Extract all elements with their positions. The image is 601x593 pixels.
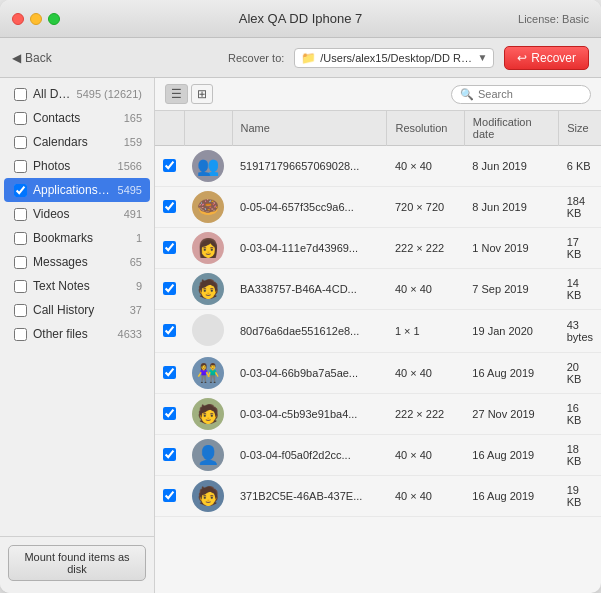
row-checkbox-1[interactable] — [163, 200, 176, 213]
row-name: 80d76a6dae551612e8... — [232, 310, 387, 353]
recover-button[interactable]: ↩ Recover — [504, 46, 589, 70]
list-view-button[interactable]: ☰ — [165, 84, 188, 104]
row-size: 184 KB — [559, 187, 601, 228]
search-box: 🔍 — [451, 85, 591, 104]
back-label: Back — [25, 51, 52, 65]
row-mod-date: 1 Nov 2019 — [464, 228, 558, 269]
sidebar-item-count: 65 — [130, 256, 142, 268]
sidebar-wrapper: All Data5495 (12621)Contacts165Calendars… — [0, 82, 154, 589]
grid-view-button[interactable]: ⊞ — [191, 84, 213, 104]
row-checkbox-5[interactable] — [163, 366, 176, 379]
row-checkbox-3[interactable] — [163, 282, 176, 295]
row-size: 16 KB — [559, 394, 601, 435]
sidebar-item-label: Messages — [33, 255, 124, 269]
sidebar-item-count: 159 — [124, 136, 142, 148]
row-checkbox-6[interactable] — [163, 407, 176, 420]
sidebar-checkbox-photos[interactable] — [14, 160, 27, 173]
sidebar-item-count: 4633 — [118, 328, 142, 340]
row-resolution: 40 × 40 — [387, 353, 464, 394]
license-label: License: Basic — [518, 13, 589, 25]
row-resolution: 222 × 222 — [387, 394, 464, 435]
sidebar-item-all-data[interactable]: All Data5495 (12621) — [4, 82, 150, 106]
sidebar-item-photos[interactable]: Photos1566 — [4, 154, 150, 178]
row-resolution: 40 × 40 — [387, 476, 464, 517]
row-thumbnail: 👥 — [184, 146, 232, 187]
row-mod-date: 19 Jan 2020 — [464, 310, 558, 353]
sidebar-item-label: Videos — [33, 207, 118, 221]
back-button[interactable]: ◀ Back — [12, 51, 52, 65]
sidebar-item-label: Other files — [33, 327, 112, 341]
maximize-button[interactable] — [48, 13, 60, 25]
row-thumbnail: 🧑 — [184, 269, 232, 310]
sidebar-item-bookmarks[interactable]: Bookmarks1 — [4, 226, 150, 250]
row-mod-date: 8 Jun 2019 — [464, 146, 558, 187]
sidebar-item-messages[interactable]: Messages65 — [4, 250, 150, 274]
table-row: 👩0-03-04-111e7d43969...222 × 2221 Nov 20… — [155, 228, 601, 269]
row-checkbox-2[interactable] — [163, 241, 176, 254]
recover-path-field[interactable]: 📁 /Users/alex15/Desktop/DD Recovery ▼ — [294, 48, 494, 68]
row-resolution: 40 × 40 — [387, 269, 464, 310]
sidebar-item-other-files[interactable]: Other files4633 — [4, 322, 150, 346]
row-mod-date: 7 Sep 2019 — [464, 269, 558, 310]
sidebar-checkbox-call-history[interactable] — [14, 304, 27, 317]
sidebar-item-calendars[interactable]: Calendars159 — [4, 130, 150, 154]
sidebar-checkbox-other-files[interactable] — [14, 328, 27, 341]
table-body: 👥519171796657069028...40 × 408 Jun 20196… — [155, 146, 601, 517]
sidebar-checkbox-all-data[interactable] — [14, 88, 27, 101]
sidebar-item-label: Contacts — [33, 111, 118, 125]
sidebar-checkbox-messages[interactable] — [14, 256, 27, 269]
sidebar-item-label: Applications photo — [33, 183, 112, 197]
row-checkbox-0[interactable] — [163, 159, 176, 172]
sidebar-checkbox-calendars[interactable] — [14, 136, 27, 149]
row-size: 14 KB — [559, 269, 601, 310]
sidebar: All Data5495 (12621)Contacts165Calendars… — [0, 78, 155, 593]
sidebar-item-count: 1 — [136, 232, 142, 244]
sidebar-item-call-history[interactable]: Call History37 — [4, 298, 150, 322]
row-mod-date: 27 Nov 2019 — [464, 394, 558, 435]
app-window: Alex QA DD Iphone 7 License: Basic ◀ Bac… — [0, 0, 601, 593]
sidebar-item-count: 165 — [124, 112, 142, 124]
sidebar-item-count: 37 — [130, 304, 142, 316]
close-button[interactable] — [12, 13, 24, 25]
search-input[interactable] — [478, 88, 582, 100]
sidebar-checkbox-text-notes[interactable] — [14, 280, 27, 293]
row-checkbox-8[interactable] — [163, 489, 176, 502]
row-thumbnail: 🧑 — [184, 476, 232, 517]
table-container: NameResolutionModification dateSize 👥519… — [155, 111, 601, 593]
sidebar-checkbox-contacts[interactable] — [14, 112, 27, 125]
row-mod-date: 8 Jun 2019 — [464, 187, 558, 228]
row-mod-date: 16 Aug 2019 — [464, 353, 558, 394]
sidebar-item-label: Text Notes — [33, 279, 130, 293]
main-toolbar: ☰ ⊞ 🔍 — [155, 78, 601, 111]
sidebar-item-videos[interactable]: Videos491 — [4, 202, 150, 226]
sidebar-checkbox-videos[interactable] — [14, 208, 27, 221]
row-checkbox-4[interactable] — [163, 324, 176, 337]
row-resolution: 720 × 720 — [387, 187, 464, 228]
sidebar-checkbox-applications-photo[interactable] — [14, 184, 27, 197]
sidebar-footer: Mount found items as disk — [0, 536, 154, 589]
mount-disk-button[interactable]: Mount found items as disk — [8, 545, 146, 581]
sidebar-item-text-notes[interactable]: Text Notes9 — [4, 274, 150, 298]
sidebar-item-label: Bookmarks — [33, 231, 130, 245]
table-row: 🧑371B2C5E-46AB-437E...40 × 4016 Aug 2019… — [155, 476, 601, 517]
sidebar-item-contacts[interactable]: Contacts165 — [4, 106, 150, 130]
sidebar-item-label: Photos — [33, 159, 112, 173]
minimize-button[interactable] — [30, 13, 42, 25]
row-resolution: 40 × 40 — [387, 146, 464, 187]
row-name: 0-03-04-66b9ba7a5ae... — [232, 353, 387, 394]
view-toggle: ☰ ⊞ — [165, 84, 213, 104]
row-checkbox-7[interactable] — [163, 448, 176, 461]
sidebar-checkbox-bookmarks[interactable] — [14, 232, 27, 245]
recover-icon: ↩ — [517, 51, 527, 65]
sidebar-item-count: 1566 — [118, 160, 142, 172]
titlebar: Alex QA DD Iphone 7 License: Basic — [0, 0, 601, 38]
sidebar-item-label: All Data — [33, 87, 71, 101]
main-content: ☰ ⊞ 🔍 NameResolutionModification dateSiz… — [155, 78, 601, 593]
row-thumbnail: 👤 — [184, 435, 232, 476]
sidebar-item-applications-photo[interactable]: Applications photo5495 — [4, 178, 150, 202]
table-row: 🧑0-03-04-c5b93e91ba4...222 × 22227 Nov 2… — [155, 394, 601, 435]
row-thumbnail: 👫 — [184, 353, 232, 394]
row-name: 519171796657069028... — [232, 146, 387, 187]
content-area: All Data5495 (12621)Contacts165Calendars… — [0, 78, 601, 593]
back-arrow-icon: ◀ — [12, 51, 21, 65]
